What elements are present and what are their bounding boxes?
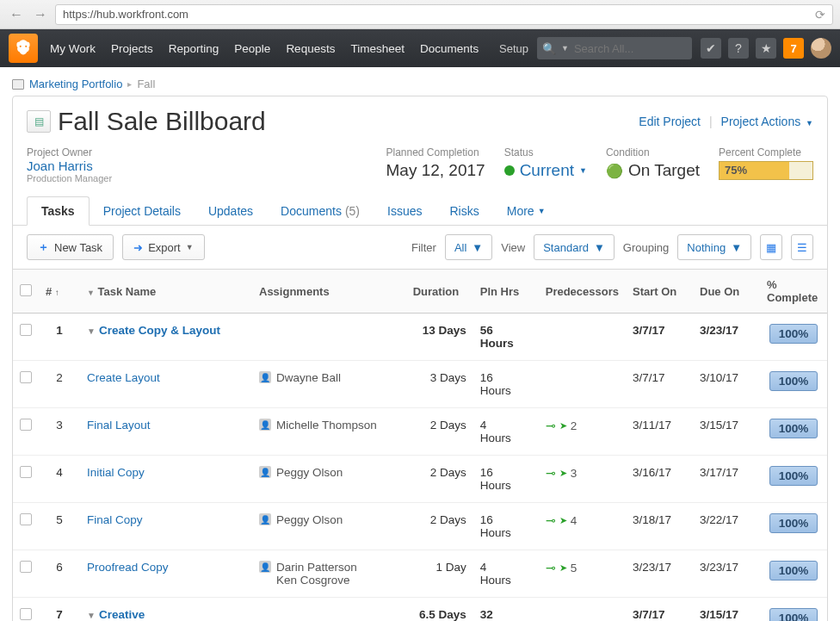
start-date-cell: 3/11/17 <box>626 408 693 456</box>
breadcrumb-root[interactable]: Marketing Portfolio <box>29 78 122 90</box>
task-name-link[interactable]: Creative <box>99 608 145 621</box>
assignee-name[interactable]: Michelle Thompson <box>276 419 377 432</box>
project-title: Fall Sale Billboard <box>58 107 266 136</box>
view-list-toggle[interactable]: ▦ <box>760 234 782 260</box>
predecessor-link[interactable]: ⊸➤ 3 <box>546 466 578 480</box>
due-date-cell: 3/17/17 <box>693 456 760 503</box>
nav-projects[interactable]: Projects <box>111 42 153 55</box>
start-date-cell: 3/7/17 <box>626 598 693 622</box>
col-number[interactable]: # ↑ <box>39 270 80 314</box>
assignee-name[interactable]: Dwayne Ball <box>276 371 341 384</box>
percent-complete-value: 75% <box>725 164 747 177</box>
approvals-icon[interactable]: ✔ <box>701 38 721 59</box>
row-checkbox[interactable] <box>20 371 32 383</box>
browser-forward-button[interactable]: → <box>31 5 50 24</box>
project-actions-dropdown[interactable]: Project Actions ▼ <box>721 115 813 128</box>
person-icon: 👤 <box>259 561 271 573</box>
col-task-name[interactable]: ▼ Task Name <box>80 270 252 314</box>
export-button[interactable]: ➜Export ▼ <box>122 234 205 260</box>
view-dropdown[interactable]: Standard ▼ <box>534 234 615 260</box>
predecessor-link[interactable]: ⊸➤ 4 <box>546 513 578 527</box>
edit-project-link[interactable]: Edit Project <box>639 115 701 128</box>
nav-people[interactable]: People <box>234 42 270 55</box>
dependency-icon: ⊸ <box>546 419 556 432</box>
nav-requests[interactable]: Requests <box>286 42 335 55</box>
row-checkbox[interactable] <box>20 608 32 620</box>
percent-complete-button[interactable]: 100% <box>769 371 818 391</box>
nav-timesheet[interactable]: Timesheet <box>350 42 405 55</box>
filter-dropdown[interactable]: All ▼ <box>445 234 492 260</box>
predecessor-link[interactable]: ⊸➤ 5 <box>546 561 578 574</box>
row-checkbox[interactable] <box>20 466 32 478</box>
task-name-link[interactable]: Final Layout <box>87 419 151 432</box>
percent-complete-button[interactable]: 100% <box>769 419 818 438</box>
planned-completion-label: Planned Completion <box>386 146 485 158</box>
tasks-toolbar: ＋New Task ➜Export ▼ Filter All ▼ View St… <box>13 226 827 270</box>
percent-complete-button[interactable]: 100% <box>769 561 818 581</box>
nav-reporting[interactable]: Reporting <box>169 42 219 55</box>
row-checkbox[interactable] <box>20 561 32 573</box>
task-name-link[interactable]: Initial Copy <box>87 466 145 479</box>
assignee-cell: 👤Michelle Thompson <box>259 419 399 432</box>
col-due-on[interactable]: Due On <box>693 270 760 314</box>
assignee-cell: 👤Peggy Olson <box>259 466 399 479</box>
status-dropdown[interactable]: Current ▼ <box>504 161 587 180</box>
help-icon[interactable]: ? <box>728 38 749 59</box>
tab-issues[interactable]: Issues <box>374 196 435 226</box>
table-row: 7▼Creative6.5 Days32Hours3/7/173/15/1710… <box>13 598 827 622</box>
assignee-name[interactable]: Ken Cosgrove <box>276 574 357 587</box>
grouping-dropdown[interactable]: Nothing ▼ <box>677 234 751 260</box>
nav-setup[interactable]: Setup <box>499 42 528 55</box>
tab-documents[interactable]: Documents (5) <box>267 196 374 226</box>
expand-toggle-icon[interactable]: ▼ <box>87 611 96 620</box>
global-search[interactable]: 🔍 ▼ <box>537 37 692 59</box>
assignee-name[interactable]: Peggy Olson <box>276 466 343 479</box>
assignee-name[interactable]: Darin Patterson <box>276 561 357 574</box>
col-start-on[interactable]: Start On <box>626 270 693 314</box>
task-name-link[interactable]: Final Copy <box>87 513 143 526</box>
col-percent-complete[interactable]: % Complete <box>760 270 827 314</box>
row-checkbox[interactable] <box>20 513 32 525</box>
expand-toggle-icon[interactable]: ▼ <box>87 326 96 336</box>
tab-updates[interactable]: Updates <box>195 196 267 226</box>
notifications-badge[interactable]: 7 <box>783 38 804 59</box>
browser-url-field[interactable]: https://hub.workfront.com ⟳ <box>55 4 833 25</box>
nav-documents[interactable]: Documents <box>420 42 479 55</box>
nav-my-work[interactable]: My Work <box>50 42 96 55</box>
app-logo[interactable] <box>9 34 38 63</box>
col-checkbox[interactable] <box>13 270 39 314</box>
browser-back-button[interactable]: ← <box>7 5 26 24</box>
tab-risks[interactable]: Risks <box>436 196 493 226</box>
row-checkbox[interactable] <box>20 419 32 431</box>
favorites-icon[interactable]: ★ <box>756 38 776 59</box>
percent-complete-button[interactable]: 100% <box>769 324 818 344</box>
col-planned-hours[interactable]: Pln Hrs <box>473 270 539 314</box>
view-gantt-toggle[interactable]: ☰ <box>791 234 813 260</box>
caret-down-icon: ▼ <box>186 243 194 252</box>
task-name-link[interactable]: Create Copy & Layout <box>99 324 220 337</box>
tab-more[interactable]: More ▼ <box>493 196 559 226</box>
owner-name[interactable]: Joan Harris <box>27 158 112 173</box>
tab-project-details[interactable]: Project Details <box>90 196 195 226</box>
col-duration[interactable]: Duration <box>406 270 473 314</box>
percent-complete-button[interactable]: 100% <box>769 513 818 533</box>
col-assignments[interactable]: Assignments <box>252 270 406 314</box>
row-checkbox[interactable] <box>20 324 32 336</box>
search-scope-caret-icon[interactable]: ▼ <box>561 44 569 53</box>
predecessor-link[interactable]: ⊸➤ 2 <box>546 419 578 432</box>
tab-tasks[interactable]: Tasks <box>27 196 90 226</box>
reload-icon[interactable]: ⟳ <box>815 8 825 22</box>
task-name-link[interactable]: Create Layout <box>87 371 160 384</box>
search-input[interactable] <box>574 42 677 55</box>
export-icon: ➜ <box>133 241 143 254</box>
percent-complete-button[interactable]: 100% <box>769 608 818 621</box>
condition-value: 🟢 On Target <box>606 161 700 180</box>
col-predecessors[interactable]: Predecessors <box>539 270 626 314</box>
nav-links: My Work Projects Reporting People Reques… <box>50 42 479 55</box>
task-name-link[interactable]: Proofread Copy <box>87 561 169 574</box>
percent-complete-button[interactable]: 100% <box>769 466 818 486</box>
assignee-name[interactable]: Peggy Olson <box>276 513 343 526</box>
new-task-button[interactable]: ＋New Task <box>27 234 114 260</box>
user-avatar[interactable] <box>811 38 831 59</box>
caret-down-icon: ▼ <box>472 241 483 254</box>
